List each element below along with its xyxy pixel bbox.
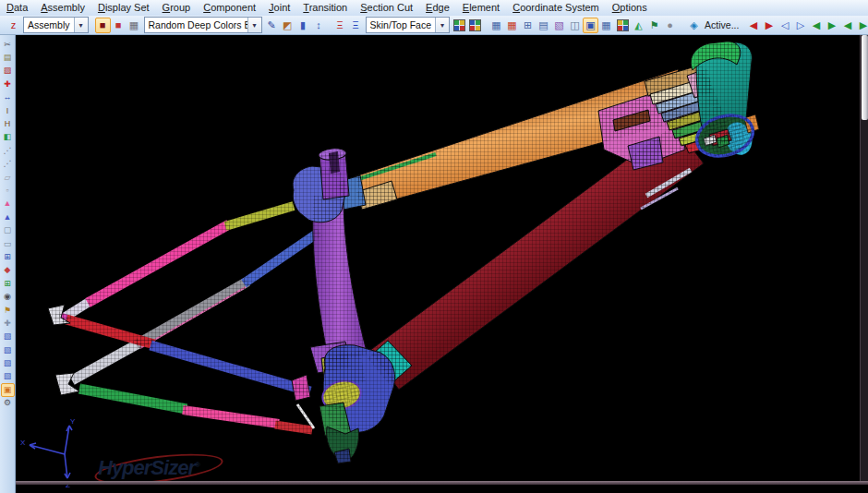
- chevron-down-icon[interactable]: ▾: [74, 18, 88, 32]
- nav-first-fwd-icon[interactable]: ▶: [761, 18, 777, 33]
- menu-section-cut[interactable]: Section Cut: [354, 1, 419, 15]
- worksheet-grid-icon[interactable]: ▤: [536, 18, 551, 33]
- ibeam-section-icon[interactable]: I: [1, 104, 15, 117]
- horizontal-scrollbar[interactable]: [16, 481, 868, 485]
- zoom-grid-icon[interactable]: ⊞: [1, 250, 15, 263]
- worksheet-send-icon[interactable]: ◫: [567, 18, 583, 33]
- vertical-scrollbar[interactable]: [860, 35, 868, 481]
- display-page-icon[interactable]: z: [6, 18, 21, 33]
- settings-gear-icon[interactable]: ⚙: [1, 397, 15, 410]
- watermark-text: HyperSizer®: [98, 456, 199, 480]
- mesh-overlay: [48, 42, 759, 463]
- menu-options[interactable]: Options: [606, 1, 654, 15]
- menu-edge[interactable]: Edge: [419, 1, 456, 15]
- assembly-combo-value: Assembly: [24, 19, 74, 30]
- select-rect-icon[interactable]: ▭: [1, 237, 15, 250]
- worksheet-icon[interactable]: ▦: [488, 18, 504, 33]
- add-red-icon[interactable]: ✚: [1, 78, 15, 90]
- outline-element-color-icon[interactable]: ■: [111, 18, 127, 33]
- shuffle-colors-icon[interactable]: ↕: [311, 18, 327, 33]
- chevron-down-icon[interactable]: ▾: [435, 18, 449, 32]
- face-combo[interactable]: Skin/Top Face ▾: [366, 17, 451, 33]
- left-toolbar: ✂▤▨✚↔IH◧⋰⋰▱▫▲▲▢▭⊞◆⊞◉⚑✚▧▧▧▧▣⚙: [0, 35, 16, 493]
- crosshair-icon[interactable]: ✚: [1, 317, 15, 330]
- mesh-element-color-icon[interactable]: ▦: [127, 18, 142, 33]
- panel-shape-icon[interactable]: ▱: [1, 171, 15, 184]
- record-off-icon[interactable]: ●: [662, 18, 678, 33]
- menu-group[interactable]: Group: [156, 1, 198, 15]
- renumber-red-icon[interactable]: Ξ: [332, 18, 348, 33]
- fe-model-bike-frame[interactable]: [16, 37, 861, 493]
- contour-levels-icon[interactable]: ◧: [1, 131, 15, 144]
- chevron-down-icon[interactable]: ▾: [247, 18, 261, 32]
- nav-last-fwd-icon[interactable]: ▶: [855, 18, 868, 33]
- stretch-icon[interactable]: ↔: [1, 91, 15, 104]
- hbeam-section-icon[interactable]: H: [1, 117, 15, 130]
- nav-next-back-icon[interactable]: ◀: [808, 18, 824, 33]
- menu-component[interactable]: Component: [197, 1, 262, 15]
- active-sets-button[interactable]: ◈ Active...: [683, 16, 744, 34]
- filled-element-color-icon[interactable]: ■: [95, 18, 111, 33]
- menu-element[interactable]: Element: [456, 1, 506, 15]
- nav-first-back-icon[interactable]: ◀: [745, 18, 761, 33]
- notes-icon[interactable]: ▤: [1, 51, 15, 64]
- main-toolbar: z Assembly ▾ ■■▦ Random Deep Colors B (3…: [0, 16, 868, 35]
- increase-bars-icon[interactable]: ▮: [295, 18, 311, 33]
- nav-next-fwd-icon[interactable]: ▶: [824, 18, 839, 33]
- menu-transition[interactable]: Transition: [296, 1, 354, 15]
- marker-up-blue-icon[interactable]: ▲: [1, 210, 15, 223]
- worksheet-edit-icon[interactable]: ▧: [551, 18, 567, 33]
- nav-prev-back-icon[interactable]: ◁: [777, 18, 792, 33]
- triad-x-axis: [30, 445, 65, 454]
- marker-up-pink-icon[interactable]: ▲: [1, 198, 15, 210]
- triad-y-label: Y: [70, 417, 76, 426]
- worksheet-add-icon[interactable]: ⊞: [520, 18, 536, 33]
- view-cube-4-icon[interactable]: ▧: [1, 370, 15, 383]
- menu-display-set[interactable]: Display Set: [91, 1, 156, 15]
- menu-data[interactable]: Data: [0, 1, 34, 15]
- margin-plot-icon[interactable]: ◭: [631, 18, 646, 33]
- pen-edit-colors-icon[interactable]: ✎: [264, 18, 280, 33]
- xy-plot2-icon[interactable]: ⋰: [1, 158, 15, 171]
- triad-x-label: X: [20, 439, 26, 447]
- face-combo-value: Skin/Top Face: [367, 19, 436, 30]
- select-dashed-icon[interactable]: ▢: [1, 223, 15, 236]
- color-by-property-icon[interactable]: [452, 18, 467, 33]
- hypersizer-watermark: HyperSizer®: [89, 452, 236, 484]
- panel-small-icon[interactable]: ▫: [1, 184, 15, 197]
- nav-last-back-icon[interactable]: ◀: [839, 18, 855, 33]
- green-grid-icon[interactable]: ⊞: [1, 277, 15, 290]
- multicolor-set-icon[interactable]: ◆: [1, 264, 15, 277]
- renumber-blue-icon[interactable]: Ξ: [348, 18, 364, 33]
- view-cube-3-icon[interactable]: ▧: [1, 356, 15, 369]
- copy-colors-icon[interactable]: ◩: [280, 18, 295, 33]
- flag-results-icon[interactable]: ⚑: [646, 18, 662, 33]
- worksheet-current-icon[interactable]: ▣: [583, 18, 598, 33]
- menu-bar: DataAssemblyDisplay SetGroupComponentJoi…: [0, 0, 868, 17]
- cut-icon[interactable]: ✂: [1, 38, 15, 51]
- view-cube-1-icon[interactable]: ▧: [1, 331, 15, 343]
- color-scheme-combo[interactable]: Random Deep Colors B (34) ▾: [144, 17, 262, 33]
- exclude-icon[interactable]: ▨: [1, 65, 15, 78]
- nav-prev-fwd-icon[interactable]: ▷: [792, 18, 808, 33]
- hypersizer-window: DataAssemblyDisplay SetGroupComponentJoi…: [0, 0, 868, 493]
- xy-plot-icon[interactable]: ⋰: [1, 144, 15, 157]
- view-cube-active-icon[interactable]: ▣: [1, 383, 15, 396]
- vertical-scrollbar-thumb[interactable]: [862, 35, 868, 120]
- snapshot-icon[interactable]: ◉: [1, 290, 15, 303]
- worksheet-matrix-icon[interactable]: ▦: [598, 18, 614, 33]
- color-map-table-icon[interactable]: [615, 18, 631, 33]
- assembly-combo[interactable]: Assembly ▾: [23, 17, 89, 33]
- flag-view-icon[interactable]: ⚑: [1, 304, 15, 317]
- view-cube-2-icon[interactable]: ▧: [1, 343, 15, 356]
- worksheet-colors-icon[interactable]: ▦: [504, 18, 520, 33]
- active-sets-icon[interactable]: ◈: [686, 18, 702, 33]
- menu-joint[interactable]: Joint: [262, 1, 296, 15]
- active-sets-label: Active...: [702, 19, 741, 30]
- menu-assembly[interactable]: Assembly: [34, 1, 91, 15]
- menu-coordinate-system[interactable]: Coordinate System: [506, 1, 606, 15]
- color-scheme-combo-value: Random Deep Colors B (34): [145, 19, 247, 30]
- color-by-material-icon[interactable]: [467, 18, 483, 33]
